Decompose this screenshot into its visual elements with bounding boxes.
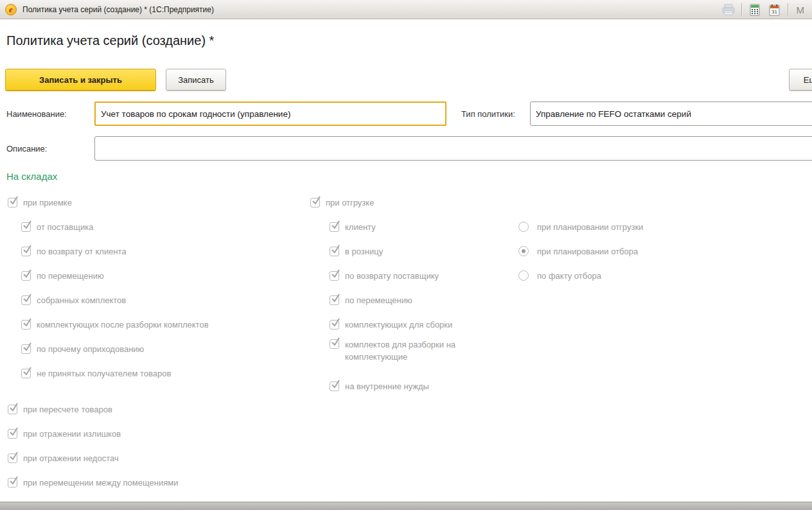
page-title: Политика учета серий (создание) * xyxy=(6,33,214,48)
radio-label: при планировании отбора xyxy=(537,247,638,256)
titlebar-separator xyxy=(741,3,742,16)
checkbox-label: не принятых получателем товаров xyxy=(37,369,171,378)
shortage-row: при отражении недостач xyxy=(8,446,209,470)
checkbox-label: комплектующих после разборки комплектов xyxy=(37,320,209,330)
not-accepted-goods-checkbox[interactable] xyxy=(21,369,31,378)
checkbox-label: при приемке xyxy=(23,198,72,207)
retail-checkbox[interactable] xyxy=(330,247,339,256)
move-between-premises-checkbox[interactable] xyxy=(8,478,17,488)
main-menu-icon[interactable]: M xyxy=(794,4,808,15)
app-window: е Политика учета серий (создание) * (1С:… xyxy=(0,0,812,510)
internal-needs-checkbox[interactable] xyxy=(330,382,339,391)
checkbox-label: при перемещении между помещениями xyxy=(23,478,178,488)
shipment-checkbox-row: при отгрузке xyxy=(310,190,503,215)
to-client-checkbox[interactable] xyxy=(330,222,339,232)
checkbox-label: при отгрузке xyxy=(326,198,374,207)
shipment-column: при отгрузке клиенту в розницу по возвра… xyxy=(310,190,503,398)
checkbox-label: по возврату поставщику xyxy=(345,271,439,281)
plan-shipment-radio[interactable] xyxy=(518,222,529,232)
kits-for-disassembly-checkbox[interactable] xyxy=(330,339,339,349)
plan-picking-radio[interactable] xyxy=(518,246,529,256)
checkbox-label: при отражении излишков xyxy=(23,429,121,439)
checkbox-label: на внутренние нужды xyxy=(345,382,429,391)
recount-row: при пересчете товаров xyxy=(8,397,209,421)
window-bottom-frame xyxy=(0,502,812,510)
more-button[interactable]: Еще xyxy=(789,69,812,91)
fact-picking-radio-row: по факту отбора xyxy=(518,263,643,288)
receipt-column: при приемке от поставщика по возврату от… xyxy=(8,190,209,495)
policy-type-input[interactable] xyxy=(530,101,812,126)
plan-picking-radio-row: при планировании отбора xyxy=(518,239,643,263)
fact-picking-radio[interactable] xyxy=(518,270,529,281)
components-after-disassembly-row: комплектующих после разборки комплектов xyxy=(21,312,209,337)
save-and-close-button[interactable]: Записать и закрыть xyxy=(5,69,156,91)
title-bar: е Политика учета серий (создание) * (1С:… xyxy=(0,0,812,19)
calculator-icon[interactable] xyxy=(748,2,762,17)
receipt-checkbox-row: при приемке xyxy=(8,190,209,215)
checkbox-label: комплектов для разборки на комплектующие xyxy=(345,339,494,363)
kits-for-disassembly-row: комплектов для разборки на комплектующие xyxy=(330,337,503,374)
client-return-checkbox[interactable] xyxy=(21,247,31,256)
name-field-label: Наименование: xyxy=(6,101,67,126)
client-return-row: по возврату от клиента xyxy=(21,239,209,263)
move-between-premises-row: при перемещении между помещениями xyxy=(8,470,209,495)
checkbox-label: по прочему оприходованию xyxy=(37,344,144,354)
name-input[interactable] xyxy=(94,101,446,126)
transfer-in-row: по перемещению xyxy=(21,263,209,288)
checkbox-label: по возврату от клиента xyxy=(37,247,127,256)
checkbox-label: от поставщика xyxy=(37,222,93,232)
other-posting-row: по прочему оприходованию xyxy=(21,337,209,361)
checkbox-label: комплектующих для сборки xyxy=(345,320,452,330)
not-accepted-goods-row: не принятых получателем товаров xyxy=(21,361,209,385)
internal-needs-row: на внутренние нужды xyxy=(330,374,503,398)
transfer-in-checkbox[interactable] xyxy=(21,271,31,281)
calendar-icon[interactable]: 31 xyxy=(768,2,782,17)
receipt-checkbox[interactable] xyxy=(8,198,17,207)
assembled-kits-checkbox[interactable] xyxy=(21,295,31,305)
retail-row: в розницу xyxy=(330,239,503,263)
transfer-out-row: по перемещению xyxy=(330,288,503,312)
window-title: Политика учета серий (создание) * (1С:Пр… xyxy=(22,5,214,14)
warehouses-section-title: На складах xyxy=(6,171,57,182)
components-after-disassembly-checkbox[interactable] xyxy=(21,320,31,330)
checkbox-label: собранных комплектов xyxy=(37,295,126,305)
print-icon[interactable] xyxy=(721,2,736,17)
assembled-kits-row: собранных комплектов xyxy=(21,288,209,312)
to-client-row: клиенту xyxy=(330,215,503,239)
description-input[interactable] xyxy=(94,136,812,161)
components-for-assembly-checkbox[interactable] xyxy=(330,320,339,330)
components-for-assembly-row: комплектующих для сборки xyxy=(330,312,503,337)
picking-options-column: при планировании отгрузки при планирован… xyxy=(518,215,643,288)
save-button[interactable]: Записать xyxy=(166,69,226,91)
radio-label: при планировании отгрузки xyxy=(537,222,643,232)
transfer-out-checkbox[interactable] xyxy=(330,295,339,305)
checkbox-label: по перемещению xyxy=(37,271,104,281)
checkbox-label: при отражении недостач xyxy=(23,453,119,463)
plan-shipment-radio-row: при планировании отгрузки xyxy=(518,215,643,239)
from-supplier-row: от поставщика xyxy=(21,215,209,239)
radio-label: по факту отбора xyxy=(537,271,601,281)
1c-app-icon: е xyxy=(5,4,17,15)
checkbox-label: при пересчете товаров xyxy=(23,405,112,414)
checkbox-label: клиенту xyxy=(345,222,376,232)
calendar-day-number: 31 xyxy=(772,9,777,15)
shortage-checkbox[interactable] xyxy=(8,453,17,463)
description-label: Описание: xyxy=(6,136,47,161)
surplus-checkbox[interactable] xyxy=(8,429,17,439)
checkbox-label: в розницу xyxy=(345,247,383,256)
supplier-return-row: по возврату поставщику xyxy=(330,263,503,288)
surplus-row: при отражении излишков xyxy=(8,421,209,446)
titlebar-separator xyxy=(788,3,788,16)
from-supplier-checkbox[interactable] xyxy=(21,222,31,232)
checkbox-label: по перемещению xyxy=(345,295,412,305)
other-posting-checkbox[interactable] xyxy=(21,344,31,354)
shipment-checkbox[interactable] xyxy=(310,198,320,207)
recount-checkbox[interactable] xyxy=(8,405,17,414)
policy-type-label: Тип политики: xyxy=(461,101,515,126)
supplier-return-checkbox[interactable] xyxy=(330,271,339,281)
